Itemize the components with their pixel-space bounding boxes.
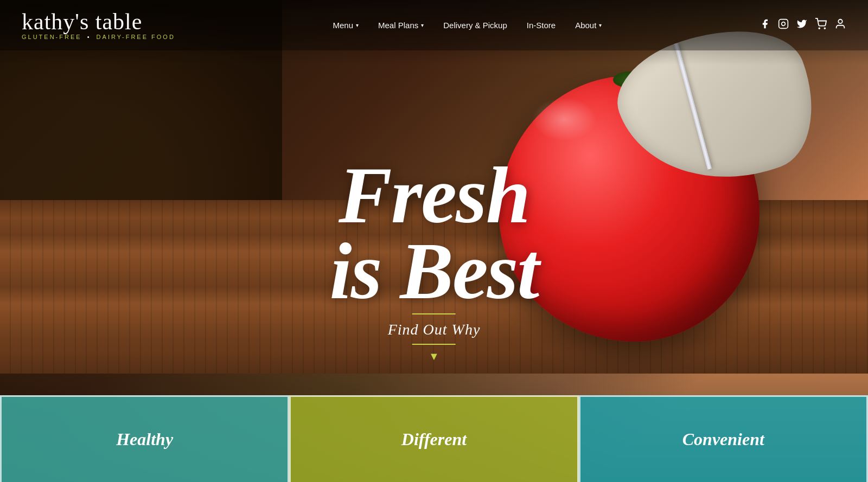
hero-headline: Fresh is Best	[330, 157, 539, 310]
nav-meal-plans[interactable]: Meal Plans ▾	[378, 21, 424, 30]
scroll-arrow: ▼	[388, 344, 481, 363]
account-icon[interactable]	[834, 18, 846, 33]
nav-delivery[interactable]: Delivery & Pickup	[443, 21, 507, 30]
svg-point-2	[819, 28, 820, 29]
find-out-label: Find Out Why	[388, 321, 481, 338]
instagram-icon[interactable]	[778, 18, 789, 32]
hero-section: kathy's table GLUTEN-FREE • DAIRY-FREE F…	[0, 0, 868, 482]
chevron-down-icon: ▾	[356, 22, 359, 28]
hero-line1: Fresh	[330, 157, 539, 234]
svg-point-4	[838, 20, 842, 23]
navbar: kathy's table GLUTEN-FREE • DAIRY-FREE F…	[0, 0, 868, 50]
nav-about[interactable]: About ▾	[575, 21, 602, 30]
cart-icon[interactable]	[815, 18, 827, 33]
card-convenient[interactable]: Convenient	[579, 395, 868, 482]
nav-instore[interactable]: In-Store	[527, 21, 556, 30]
chevron-down-icon: ▾	[421, 22, 424, 28]
svg-point-3	[824, 28, 825, 29]
card-different[interactable]: Different	[289, 395, 578, 482]
nav-menu[interactable]: Menu ▾	[333, 21, 359, 30]
nav-links: Menu ▾ Meal Plans ▾ Delivery & Pickup In…	[333, 21, 602, 30]
brand-tagline: GLUTEN-FREE • DAIRY-FREE FOOD	[22, 34, 175, 40]
facebook-icon[interactable]	[760, 18, 770, 32]
logo[interactable]: kathy's table GLUTEN-FREE • DAIRY-FREE F…	[22, 10, 175, 40]
brand-name: kathy's table	[22, 10, 175, 33]
svg-rect-0	[779, 20, 788, 29]
feature-cards: Healthy Different Convenient	[0, 395, 868, 482]
twitter-icon[interactable]	[796, 18, 807, 32]
card-healthy[interactable]: Healthy	[0, 395, 289, 482]
nav-social-icons	[760, 18, 846, 33]
find-out-section[interactable]: Find Out Why ▼	[388, 313, 481, 363]
hero-line2: is Best	[330, 233, 539, 310]
divider-line	[412, 313, 456, 314]
chevron-down-icon: ▾	[599, 22, 602, 28]
